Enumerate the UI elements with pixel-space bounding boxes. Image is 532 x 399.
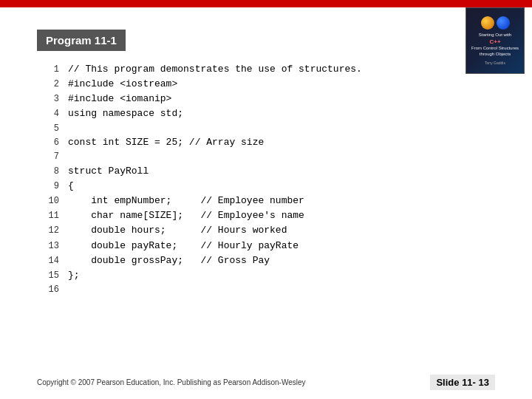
line-code: int empNumber; // Employee number	[68, 194, 304, 208]
line-number: 1	[37, 63, 59, 77]
top-bar	[0, 0, 532, 7]
line-code: double grossPay; // Gross Pay	[68, 253, 270, 268]
book-title: Starting Out with C++ From Control Struc…	[471, 33, 519, 58]
slide-number: Slide 11- 13	[430, 375, 495, 390]
code-line: 8struct PayRoll	[37, 164, 495, 179]
ball-orange	[481, 16, 494, 30]
line-code: #include <iomanip>	[68, 92, 171, 106]
code-line: 2#include <iostream>	[37, 77, 495, 92]
ball-blue	[497, 16, 510, 30]
code-line: 3#include <iomanip>	[37, 92, 495, 106]
line-code: double payRate; // Hourly payRate	[68, 239, 299, 253]
line-code: #include <iostream>	[68, 77, 177, 92]
line-code: };	[68, 268, 80, 283]
line-number: 10	[37, 194, 59, 208]
code-block: 1// This program demonstrates the use of…	[37, 62, 495, 297]
code-line: 14 double grossPay; // Gross Pay	[37, 253, 495, 268]
copyright-text: Copyright © 2007 Pearson Education, Inc.…	[37, 378, 306, 386]
line-number: 4	[37, 107, 59, 121]
line-number: 13	[37, 239, 59, 253]
footer: Copyright © 2007 Pearson Education, Inc.…	[0, 375, 532, 390]
code-line: 7	[37, 150, 495, 164]
line-code: double hours; // Hours worked	[68, 223, 287, 238]
code-line: 1// This program demonstrates the use of…	[37, 62, 495, 77]
line-number: 14	[37, 254, 59, 268]
line-number: 12	[37, 224, 59, 238]
line-number: 7	[37, 150, 59, 164]
code-line: 9{	[37, 179, 495, 194]
code-line: 5	[37, 122, 495, 136]
line-code: {	[68, 179, 74, 194]
line-code: const int SIZE = 25; // Array size	[68, 135, 264, 150]
main-content: Program 11-1 1// This program demonstrat…	[0, 15, 532, 312]
line-number: 2	[37, 78, 59, 92]
code-line: 6const int SIZE = 25; // Array size	[37, 135, 495, 150]
line-code: struct PayRoll	[68, 164, 149, 179]
program-title: Program 11-1	[37, 30, 126, 51]
line-code: char name[SIZE]; // Employee's name	[68, 208, 304, 223]
line-number: 15	[37, 269, 59, 283]
code-line: 11 char name[SIZE]; // Employee's name	[37, 208, 495, 223]
code-line: 12 double hours; // Hours worked	[37, 223, 495, 238]
line-code: using namespace std;	[68, 106, 183, 121]
line-number: 8	[37, 165, 59, 179]
line-number: 6	[37, 136, 59, 150]
code-line: 15};	[37, 268, 495, 283]
code-line: 4using namespace std;	[37, 106, 495, 121]
book-cover: Starting Out with C++ From Control Struc…	[466, 7, 525, 74]
code-line: 10 int empNumber; // Employee number	[37, 194, 495, 208]
book-author: Tony Gaddis	[485, 61, 505, 65]
line-number: 11	[37, 209, 59, 223]
line-code: // This program demonstrates the use of …	[68, 62, 362, 77]
line-number: 3	[37, 92, 59, 106]
line-number: 9	[37, 180, 59, 194]
line-number: 16	[37, 283, 59, 297]
code-line: 16	[37, 283, 495, 297]
line-number: 5	[37, 122, 59, 136]
code-line: 13 double payRate; // Hourly payRate	[37, 239, 495, 253]
